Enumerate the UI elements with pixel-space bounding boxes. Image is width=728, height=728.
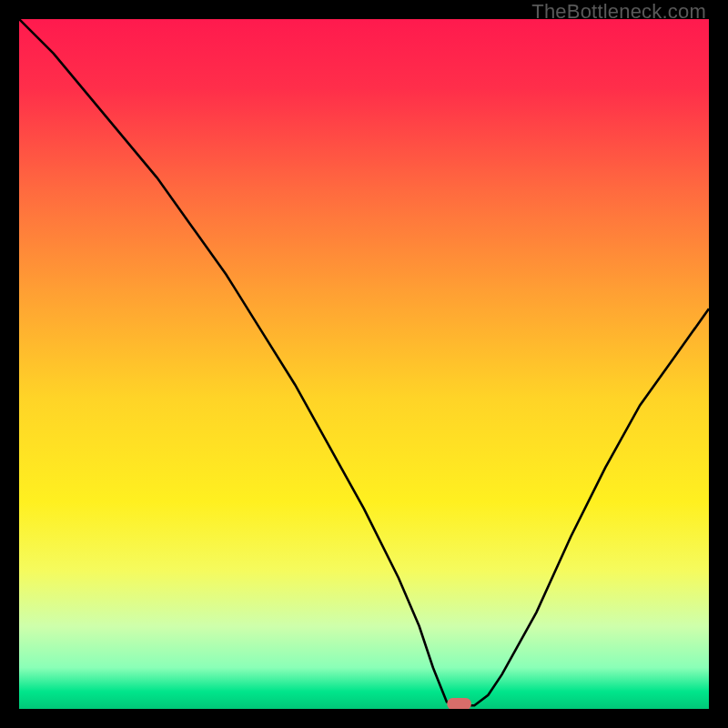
chart-plot [19, 19, 709, 709]
gradient-background [19, 19, 709, 709]
optimal-marker [447, 698, 471, 709]
watermark: TheBottleneck.com [531, 0, 706, 24]
chart-frame: TheBottleneck.com [0, 0, 728, 728]
